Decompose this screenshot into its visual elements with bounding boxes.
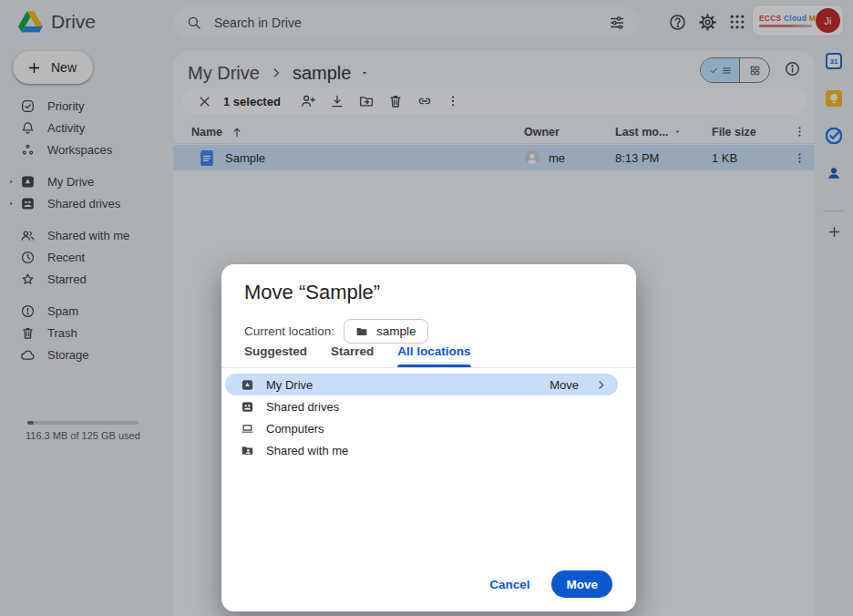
google-drive-window: Drive Search in Drive [0, 0, 853, 616]
location-list: My Drive Move Shared drives Computers Sh… [225, 374, 618, 461]
current-location-label: Current location: [244, 324, 334, 338]
tabs-divider [221, 367, 636, 368]
chevron-right-icon[interactable] [594, 378, 608, 392]
cancel-button[interactable]: Cancel [489, 578, 529, 591]
current-location-chip[interactable]: sample [344, 319, 428, 344]
location-row-shared-drives[interactable]: Shared drives [225, 395, 618, 417]
location-row-shared-with-me[interactable]: Shared with me [225, 439, 618, 461]
location-row-my-drive[interactable]: My Drive Move [225, 374, 618, 395]
folder-icon [355, 325, 368, 338]
move-dialog: Move “Sample” Current location: sample S… [221, 264, 636, 611]
shared-drives-icon [241, 400, 254, 414]
row-move-button[interactable]: Move [550, 378, 579, 392]
tab-starred[interactable]: Starred [331, 344, 374, 367]
dialog-title: Move “Sample” [244, 281, 380, 304]
tab-all-locations[interactable]: All locations [397, 344, 470, 367]
my-drive-icon [241, 378, 254, 392]
move-confirm-button[interactable]: Move [551, 570, 612, 598]
dialog-tabs: Suggested Starred All locations [244, 344, 471, 367]
location-row-computers[interactable]: Computers [225, 417, 618, 439]
computer-icon [241, 422, 254, 436]
tab-suggested[interactable]: Suggested [244, 344, 307, 367]
shared-folder-icon [241, 444, 254, 457]
